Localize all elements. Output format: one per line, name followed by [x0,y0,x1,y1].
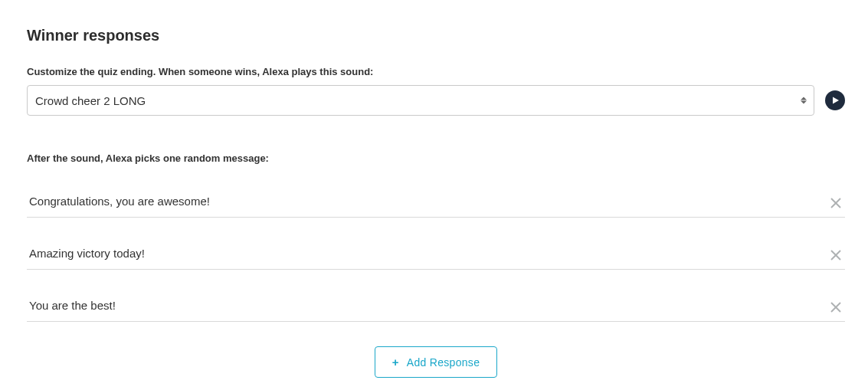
response-input[interactable] [27,294,827,320]
add-response-label: Add Response [407,356,480,369]
sound-row: Crowd cheer 2 LONG [27,85,845,116]
response-row [27,294,845,322]
play-sound-button[interactable] [825,90,845,110]
remove-response-button[interactable] [827,298,845,316]
responses-list [27,190,845,322]
message-label: After the sound, Alexa picks one random … [27,152,845,164]
add-response-button[interactable]: + Add Response [375,346,498,378]
close-icon [830,249,842,261]
remove-response-button[interactable] [827,194,845,212]
close-icon [830,301,842,313]
play-icon [830,96,840,105]
sound-label: Customize the quiz ending. When someone … [27,66,845,77]
svg-marker-0 [833,97,839,104]
section-title: Winner responses [27,27,845,44]
sound-select-wrap: Crowd cheer 2 LONG [27,85,814,116]
add-response-row: + Add Response [27,346,845,378]
response-input[interactable] [27,242,827,267]
response-input[interactable] [27,190,827,215]
remove-response-button[interactable] [827,246,845,264]
response-row [27,242,845,270]
sound-select[interactable]: Crowd cheer 2 LONG [27,85,814,116]
close-icon [830,197,842,209]
plus-icon: + [392,356,399,369]
response-row [27,190,845,218]
